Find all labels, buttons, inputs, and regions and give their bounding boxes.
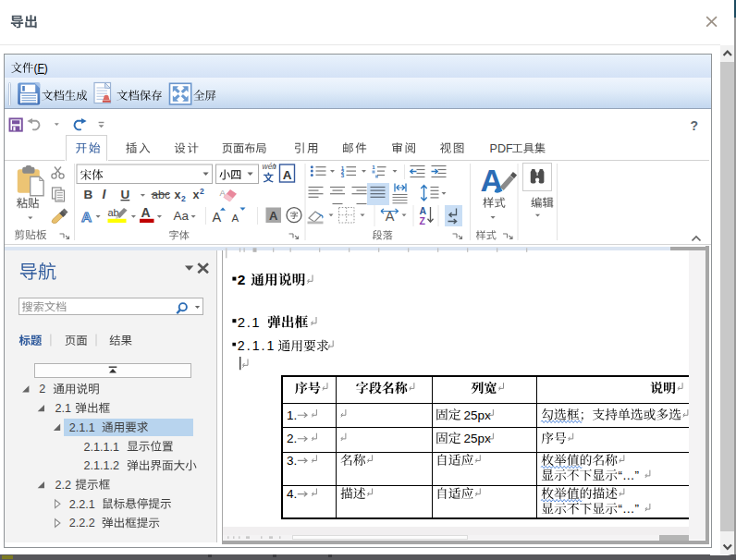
svg-text:A: A (269, 209, 278, 223)
svg-text:B: B (84, 188, 93, 201)
svg-text:2.2: 2.2 (55, 479, 71, 492)
svg-text:3.: 3. (287, 454, 297, 468)
svg-text:1.: 1. (287, 408, 297, 422)
svg-text:x: x (175, 189, 181, 201)
svg-text:2.: 2. (287, 432, 297, 445)
svg-text:2.1.1: 2.1.1 (69, 421, 95, 434)
svg-text:A: A (283, 168, 292, 182)
svg-text:A: A (81, 209, 92, 225)
svg-text:25px: 25px (464, 408, 492, 422)
svg-text:PDF: PDF (490, 142, 513, 155)
svg-text:1: 1 (372, 164, 375, 170)
svg-text:I: I (103, 187, 107, 201)
svg-text:2: 2 (39, 383, 45, 396)
svg-text:?: ? (691, 118, 699, 133)
svg-text:(F): (F) (34, 62, 48, 75)
svg-text:Z: Z (420, 215, 426, 226)
svg-text:U: U (121, 188, 130, 201)
svg-text:x: x (193, 189, 200, 201)
svg-text:2: 2 (181, 194, 186, 203)
svg-text:2.1.1.2: 2.1.1.2 (83, 459, 119, 472)
svg-text:4.: 4. (287, 487, 297, 501)
svg-text:2: 2 (200, 187, 204, 196)
svg-text:wén: wén (263, 162, 277, 171)
svg-text:3: 3 (341, 172, 345, 178)
svg-text:25px: 25px (464, 432, 492, 445)
svg-text:A: A (141, 205, 151, 220)
svg-text:A: A (213, 210, 222, 225)
svg-text:2: 2 (238, 272, 246, 287)
svg-text:“…”: “…” (619, 469, 640, 482)
svg-text:2.1: 2.1 (55, 402, 71, 415)
svg-text:A: A (232, 213, 239, 224)
svg-text:2.2.1: 2.2.1 (69, 498, 95, 511)
svg-text:2.1.1: 2.1.1 (238, 338, 276, 353)
svg-text:2.1: 2.1 (238, 314, 261, 330)
svg-text:Aa: Aa (174, 209, 190, 223)
svg-text:“…”: “…” (619, 502, 640, 516)
svg-text:2.2.2: 2.2.2 (69, 517, 95, 530)
svg-text:2.1.1.1: 2.1.1.1 (83, 441, 119, 454)
